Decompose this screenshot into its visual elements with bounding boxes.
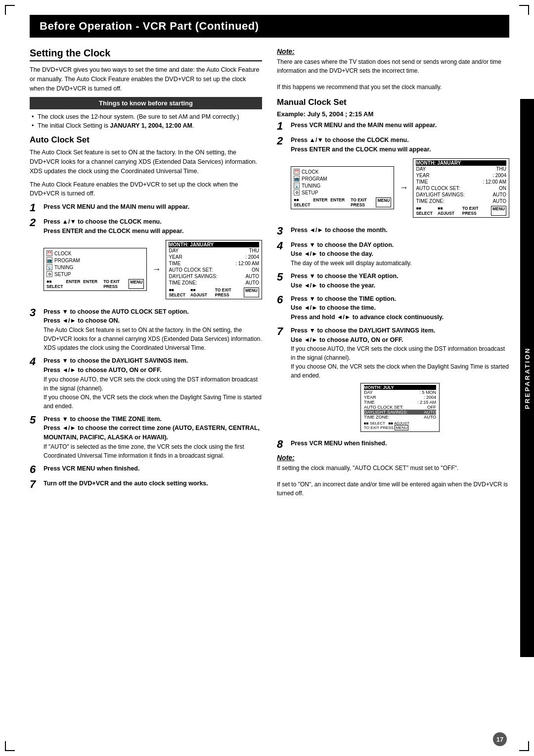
manual-step-7-bold: Press ▼ to choose the DAYLIGHT SAVINGS i…: [291, 326, 509, 345]
manual-menu-timezone-row: TIME ZONE:AUTO: [416, 198, 506, 204]
header-title: Before Operation - VCR Part (Continued): [40, 20, 259, 32]
manual-program-icon: 📺: [294, 176, 300, 182]
manual-menu-time-row: TIME: 12:00 AM: [416, 179, 506, 185]
menu-timezone-row: TIME ZONE:AUTO: [169, 280, 259, 286]
menu-month-highlight: MONTH: JANUARY: [169, 242, 259, 247]
things-item-1: The clock uses the 12-hour system. (Be s…: [30, 113, 262, 120]
manual-step-8-bold: Press VCR MENU when finished.: [291, 439, 509, 448]
manual-step-6: 6 Press ▼ to choose the TIME option.Use …: [277, 294, 509, 322]
manual-menu-daylight-row: DAYLIGHT SAVINGS:AUTO: [416, 191, 506, 198]
step-num-7: 7: [30, 479, 41, 490]
manual-step-5-bold: Press ▼ to choose the YEAR option.Use ◄/…: [291, 272, 509, 290]
manual-step-3-bold: Press ◄/► to choose the month.: [291, 226, 509, 235]
page-number: 17: [493, 732, 507, 746]
note-box-1: Note: There are cases where the TV stati…: [277, 47, 509, 92]
manual-step-4-bold: Press ▼ to choose the DAY option.Use ◄/►…: [291, 240, 509, 259]
auto-clock-para2: The Auto Clock Feature enables the DVD+V…: [30, 180, 262, 199]
preparation-sidebar: PREPARATION: [520, 99, 534, 657]
small-timezone-row: TIME ZONE:AUTO: [364, 415, 436, 420]
setup-icon: ⚙: [46, 271, 52, 277]
small-year-row: YEAR: 2004: [364, 395, 436, 400]
manual-menu-diagram: ⏰ CLOCK 📺 PROGRAM 📡 TUNING ⚙: [291, 158, 509, 218]
example-line: Example: July 5, 2004 ; 2:15 AM: [277, 110, 509, 118]
manual-clock-icon: ⏰: [294, 169, 300, 175]
manual-step-5: 5 Press ▼ to choose the YEAR option.Use …: [277, 272, 509, 290]
auto-clock-title: Auto Clock Set: [30, 135, 262, 145]
manual-step-7-normal: If you choose AUTO, the VCR sets the clo…: [291, 344, 509, 380]
auto-step-7: 7 Turn off the DVD+VCR and the auto cloc…: [30, 479, 262, 490]
menu-clock-item: ⏰ CLOCK: [46, 250, 144, 257]
menu-year-row: YEAR: 2004: [169, 254, 259, 260]
manual-step-6-bold: Press ▼ to choose the TIME option.Use ◄/…: [291, 294, 509, 322]
manual-tuning-icon: 📡: [294, 183, 300, 189]
things-item-2: The initial Clock Setting is JANUARY 1, …: [30, 122, 262, 129]
note-title-1: Note:: [277, 47, 509, 55]
note-box-2: Note: If setting the clock manually, "AU…: [277, 454, 509, 498]
menu-box-right: MONTH: JANUARY DAYTHU YEAR: 2004 TIME: 1…: [166, 240, 262, 299]
manual-menu-box-right: MONTH: JANUARY DAYTHU YEAR: 2004 TIME: 1…: [413, 158, 509, 218]
auto-step-1: 1 Press VCR MENU and the MAIN menu will …: [30, 202, 262, 213]
right-column: Note: There are cases where the TV stati…: [277, 47, 509, 504]
menu-arrow: →: [152, 264, 161, 275]
manual-step-num-3: 3: [277, 226, 288, 236]
manual-setup-icon: ⚙: [294, 189, 300, 195]
step-num-1: 1: [30, 202, 41, 213]
tuning-icon: 📡: [46, 264, 52, 270]
small-day-row: DAY: 5 MON: [364, 390, 436, 395]
auto-step-1-text: Press VCR MENU and the MAIN menu will ap…: [44, 202, 262, 212]
note-text-2b: If set to "ON", an incorrect date and/or…: [277, 480, 509, 498]
manual-step-num-4: 4: [277, 240, 288, 251]
main-layout: Setting the Clock The DVD+VCR gives you …: [30, 47, 509, 504]
corner-mark-bl: [5, 741, 15, 751]
manual-clock-item: ⏰ CLOCK: [294, 168, 391, 175]
auto-step-6: 6 Press VCR MENU when finished.: [30, 464, 262, 475]
menu-footer-right: ■■ SELECT ■■ ADJUST TO EXIT PRESS MENU: [169, 287, 259, 297]
corner-mark-br: [519, 741, 529, 751]
manual-step-num-6: 6: [277, 294, 288, 305]
menu-daylight-row: DAYLIGHT SAVINGS:AUTO: [169, 273, 259, 280]
manual-menu-footer-right: ■■ SELECT ■■ ADJUST TO EXIT PRESS MENU: [416, 206, 506, 216]
manual-menu-box-left: ⏰ CLOCK 📺 PROGRAM 📡 TUNING ⚙: [291, 166, 394, 209]
small-time-row: TIME: 2:15 AM: [364, 400, 436, 405]
corner-mark-tl: [5, 5, 15, 15]
manual-step-num-5: 5: [277, 272, 288, 283]
step-num-3: 3: [30, 307, 41, 318]
program-icon: 📺: [46, 257, 52, 263]
auto-step-3: 3 Press ▼ to choose the AUTO CLOCK SET o…: [30, 307, 262, 353]
step-num-4: 4: [30, 356, 41, 367]
note-text-1b: If this happens we recommend that you se…: [277, 83, 509, 92]
auto-step-4-bold: Press ▼ to choose the DAYLIGHT SAVINGS i…: [44, 356, 262, 375]
note-title-2: Note:: [277, 454, 509, 462]
manual-menu-footer-left: ■■ SELECT ENTER ENTER TO EXIT PRESS MENU: [294, 197, 391, 207]
page-header: Before Operation - VCR Part (Continued): [30, 15, 509, 38]
menu-tuning-item: 📡 TUNING: [46, 264, 144, 271]
auto-step-5: 5 Press ▼ to choose the TIME ZONE item.P…: [30, 415, 262, 460]
auto-menu-diagram: ⏰ CLOCK 📺 PROGRAM 📡 TUNING ⚙: [44, 240, 262, 299]
menu-footer-left: ■■ SELECT ENTER ENTER TO EXIT PRESS MENU: [46, 279, 144, 289]
step-num-2: 2: [30, 217, 41, 228]
menu-program-item: 📺 PROGRAM: [46, 257, 144, 264]
manual-step-1: 1 Press VCR MENU and the MAIN menu will …: [277, 121, 509, 132]
manual-step-num-1: 1: [277, 121, 288, 132]
manual-step-8: 8 Press VCR MENU when finished.: [277, 439, 509, 450]
setting-clock-title: Setting the Clock: [30, 47, 262, 61]
manual-setup-item: ⚙ SETUP: [294, 189, 391, 196]
auto-clock-para1: The Auto Clock Set feature is set to ON …: [30, 148, 262, 176]
manual-menu-arrow: →: [399, 183, 408, 193]
manual-step-7: 7 Press ▼ to choose the DAYLIGHT SAVINGS…: [277, 326, 509, 435]
step-num-6: 6: [30, 464, 41, 475]
manual-step-4: 4 Press ▼ to choose the DAY option.Use ◄…: [277, 240, 509, 268]
auto-step-7-bold: Turn off the DVD+VCR and the auto clock …: [44, 479, 262, 488]
note-text-2a: If setting the clock manually, "AUTO CLO…: [277, 464, 509, 472]
auto-step-5-normal: If "AUTO" is selected as the time zone, …: [44, 442, 262, 460]
auto-step-3-bold: Press ▼ to choose the AUTO CLOCK SET opt…: [44, 307, 262, 326]
clock-icon: ⏰: [46, 250, 52, 256]
manual-clock-title: Manual Clock Set: [277, 97, 509, 107]
auto-step-2: 2 Press ▲/▼ to choose the CLOCK menu.Pre…: [30, 217, 262, 303]
menu-setup-item: ⚙ SETUP: [46, 271, 144, 278]
manual-menu-year-row: YEAR: 2004: [416, 172, 506, 179]
small-auto-row: AUTO CLOCK SET:OFF: [364, 405, 436, 410]
manual-step-num-2: 2: [277, 136, 288, 146]
small-daylight-row: DAYLIGHT SAVINGS:AUTO: [364, 410, 436, 415]
manual-step-1-bold: Press VCR MENU and the MAIN menu will ap…: [291, 121, 509, 130]
